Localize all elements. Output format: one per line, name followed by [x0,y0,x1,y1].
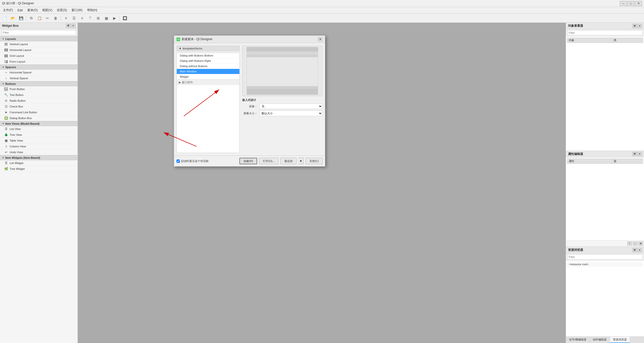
save-button[interactable]: 💾 [17,15,25,22]
device-select[interactable]: 无 [259,103,323,109]
resource-close-button[interactable]: ✕ [637,248,642,252]
tab-signal-slot[interactable]: 信号/槽编辑器 [566,337,590,343]
section-layouts[interactable]: ▼ Layouts [0,36,78,41]
resource-root-item[interactable]: <resource root> [567,262,643,267]
close-button[interactable]: ✕ [635,1,642,6]
widget-item-list-widget[interactable]: ☰ List Widget [0,160,78,166]
show-dialog-checkbox-label[interactable]: 启动时显示这个对话框 [177,159,237,163]
widget-item-column-view[interactable]: ⫴ Column View [0,144,78,149]
menu-window[interactable]: 窗口(W) [69,8,84,13]
create-button[interactable]: 创建(R) [239,158,257,164]
widget-item-list-view[interactable]: ☰ List View [0,126,78,132]
section-item-widgets-label: Item Widgets (Item-Based) [5,156,40,159]
recent-dropdown-button[interactable]: ▼ [299,158,304,164]
open-button[interactable]: 打开(O)... [259,158,279,164]
align-center-button[interactable]: ☰ [70,15,78,22]
align-left-button[interactable]: ≡ [62,15,70,22]
tab-action-editor[interactable]: 动作编辑器 [590,337,610,343]
menu-form[interactable]: 窗体(O) [25,8,40,13]
svg-rect-6 [247,89,318,95]
widget-item-tool-button[interactable]: 🔧 Tool Button [0,92,78,98]
sub-section-label: 窗口部件 [182,81,193,84]
widget-item-horizontal-layout[interactable]: Horizontal Layout [0,47,78,53]
widget-label-dialog-button-box: Dialog Button Box [10,117,32,120]
menu-edit[interactable]: Edit [15,8,25,13]
tab-resource-browser[interactable]: 资源浏览器 [610,337,630,343]
section-buttons[interactable]: ▼ Buttons [0,81,78,86]
template-main-window[interactable]: Main Window [177,69,239,74]
template-dialog-buttons-bottom[interactable]: Dialog with Buttons Bottom [177,53,239,58]
menu-help[interactable]: 帮助(H) [85,8,100,13]
widget-box-close-button[interactable]: ✕ [71,24,76,28]
mode-button[interactable]: 🔲 [121,15,129,22]
properties-restore-button[interactable]: 🗗 [632,152,637,156]
object-inspector-title: 对象查看器 [568,24,583,28]
open-button[interactable]: 📂 [9,15,17,22]
widget-item-radio-button[interactable]: ⊙ Radio Button [0,98,78,104]
widget-label-vertical-layout: Vertical Layout [10,43,28,46]
template-widget[interactable]: Widget [177,74,239,80]
menu-settings[interactable]: 设置(S) [55,8,69,13]
dialog-close-button[interactable]: ✕ [318,37,323,41]
widget-item-form-layout[interactable]: Form Layout [0,59,78,65]
object-inspector-close-button[interactable]: ✕ [637,24,642,28]
copy-button[interactable]: ⧉ [28,15,35,22]
widget-item-undo-view[interactable]: ↩ Undo View [0,149,78,155]
properties-close-button[interactable]: ✕ [637,152,642,156]
resource-restore-button[interactable]: 🗗 [632,248,637,252]
grid-button[interactable]: ⊞ [94,15,102,22]
section-item-widgets[interactable]: ▼ Item Widgets (Item-Based) [0,155,78,160]
resource-panel: 资源浏览器 🗗 ✕ <resource root> 信号/槽编辑器 动 [566,247,644,343]
cut-button[interactable]: ✂ [44,15,51,22]
widget-item-push-button[interactable]: OK Push Button [0,86,78,92]
preview-button[interactable]: ▶ [111,15,118,22]
resource-panel-header: 资源浏览器 🗗 ✕ [566,247,644,253]
widget-item-tree-view[interactable]: 🌲 Tree View [0,132,78,138]
maximize-button[interactable]: □ [627,1,634,6]
widget-item-tree-widget[interactable]: 🌿 Tree Widget [0,166,78,172]
undo-view-icon: ↩ [4,150,8,154]
object-inspector-restore-button[interactable]: 🗗 [632,24,637,28]
resource-root-label: <resource root> [569,263,589,266]
close-button[interactable]: 关闭(C) [306,158,323,164]
widget-label-column-view: Column View [10,145,26,148]
widget-item-dialog-button-box[interactable]: ❎ Dialog Button Box [0,115,78,121]
widget-item-command-link-button[interactable]: ➤ Command Link Button [0,110,78,115]
align-right-button[interactable]: ≡ [78,15,86,22]
align-top-button[interactable]: ⊤ [86,15,94,22]
properties-panel-header: 属性编辑器 🗗 ✕ [566,151,644,157]
show-dialog-checkbox[interactable] [177,160,180,163]
recent-button[interactable]: 最近的 [281,158,296,164]
template-sub-section-header[interactable]: ▶ 窗口部件 [177,80,239,85]
widget-box-restore-button[interactable]: 🗗 [66,24,70,28]
properties-minus-button[interactable]: − [633,242,637,246]
template-list-header[interactable]: ▼ templates\forms [177,46,240,51]
widget-item-horizontal-spacer[interactable]: ↔ Horizontal Spacer [0,70,78,75]
template-dialog-without-buttons[interactable]: Dialog without Buttons [177,64,239,69]
menu-view[interactable]: 视图(V) [40,8,54,13]
widget-item-vertical-spacer[interactable]: ↕ Vertical Spacer [0,75,78,81]
template-dialog-buttons-right[interactable]: Dialog with Buttons Right [177,58,239,64]
properties-add-button[interactable]: + [627,242,632,246]
section-item-views[interactable]: ▼ Item Views (Model-Based) [0,121,78,126]
section-spacers[interactable]: ▼ Spacers [0,65,78,70]
object-inspector-filter-input[interactable] [567,30,642,35]
paste-button[interactable]: 📋 [36,15,43,22]
delete-button[interactable]: 🗑 [52,15,59,22]
section-toggle-spacers: ▼ [2,66,4,68]
layout-button[interactable]: ▦ [103,15,110,22]
minimize-button[interactable]: ─ [620,1,627,6]
resource-filter-input[interactable] [567,254,642,259]
widget-item-vertical-layout[interactable]: Vertical Layout [0,41,78,47]
widget-item-check-box[interactable]: ☑ Check Box [0,104,78,110]
dialog-preview-section: 嵌入式设计 设备： 无 屏幕大小： 默认大小 [242,46,323,153]
widget-box-filter-input[interactable] [2,30,76,35]
resource-panel-title: 资源浏览器 [568,248,583,252]
vertical-spacer-icon: ↕ [4,76,8,80]
properties-settings-button[interactable]: ⚙ [638,242,643,246]
new-button[interactable]: 📄 [1,15,9,22]
screen-size-select[interactable]: 默认大小 [259,111,323,116]
widget-item-table-view[interactable]: ▦ Table View [0,138,78,144]
widget-item-grid-layout[interactable]: Grid Layout [0,53,78,59]
menu-file[interactable]: 文件(F) [1,8,15,13]
